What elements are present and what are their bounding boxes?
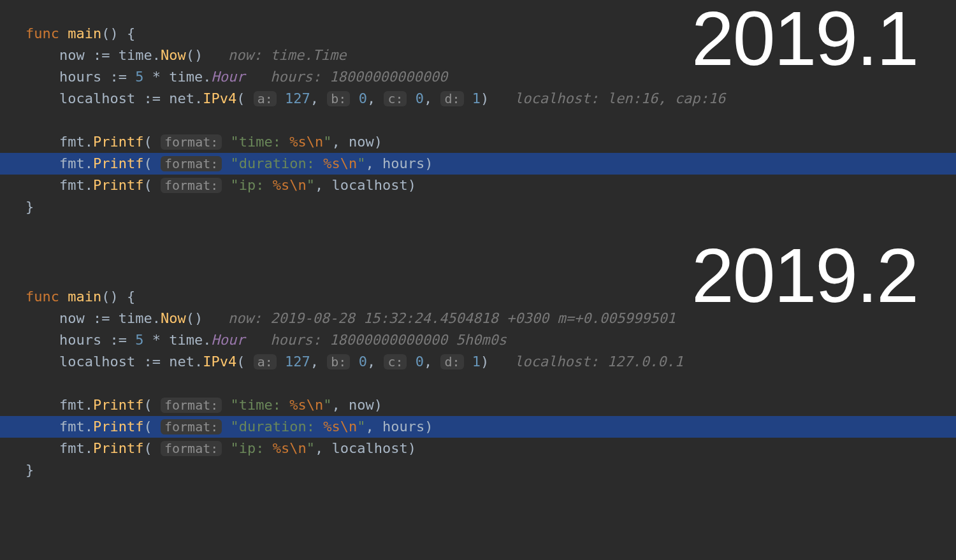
param-hint: d: [440, 91, 463, 106]
code-line[interactable]: fmt.Printf( format: "time: %s\n", now) [0, 131, 956, 153]
param-hint: b: [327, 91, 350, 106]
param-hint: format: [161, 441, 222, 456]
code-line[interactable]: fmt.Printf( format: "time: %s\n", now) [0, 394, 956, 416]
param-hint: format: [161, 156, 222, 171]
param-hint: d: [440, 354, 463, 370]
code-line[interactable]: hours := 5 * time.Hour hours: 1800000000… [0, 66, 956, 88]
code-line[interactable]: now := time.Now() now: 2019-08-28 15:32:… [0, 308, 956, 329]
inline-hint: hours: 18000000000000 [270, 69, 447, 85]
code-line[interactable]: now := time.Now() now: time.Time [0, 45, 956, 66]
code-line[interactable]: hours := 5 * time.Hour hours: 1800000000… [0, 329, 956, 351]
inline-hint: now: time.Time [228, 47, 346, 63]
code-line[interactable]: } [0, 196, 956, 218]
code-line[interactable]: fmt.Printf( format: "ip: %s\n", localhos… [0, 438, 956, 459]
param-hint: format: [161, 134, 222, 150]
param-hint: a: [254, 91, 277, 106]
code-line-highlighted[interactable]: fmt.Printf( format: "duration: %s\n", ho… [0, 153, 956, 175]
param-hint: a: [254, 354, 277, 370]
param-hint: b: [327, 354, 350, 370]
code-line[interactable] [0, 110, 956, 131]
param-hint: c: [384, 91, 407, 106]
code-line-highlighted[interactable]: fmt.Printf( format: "duration: %s\n", ho… [0, 416, 956, 438]
code-line[interactable] [0, 373, 956, 394]
code-line[interactable]: fmt.Printf( format: "ip: %s\n", localhos… [0, 175, 956, 196]
code-block-2019-2: func main() { now := time.Now() now: 201… [0, 286, 956, 481]
param-hint: c: [384, 354, 407, 370]
code-block-2019-1: func main() { now := time.Now() now: tim… [0, 23, 956, 218]
inline-hint: hours: 18000000000000 5h0m0s [270, 332, 507, 348]
inline-hint: localhost: 127.0.0.1 [514, 354, 683, 370]
param-hint: format: [161, 178, 222, 193]
param-hint: format: [161, 398, 222, 413]
inline-hint: localhost: len:16, cap:16 [514, 90, 725, 106]
code-line[interactable]: localhost := net.IPv4( a: 127, b: 0, c: … [0, 351, 956, 373]
code-line[interactable]: func main() { [0, 286, 956, 308]
code-line[interactable]: } [0, 459, 956, 481]
code-line[interactable]: func main() { [0, 23, 956, 45]
param-hint: format: [161, 419, 222, 434]
code-line[interactable]: localhost := net.IPv4( a: 127, b: 0, c: … [0, 88, 956, 110]
inline-hint: now: 2019-08-28 15:32:24.4504818 +0300 m… [228, 310, 676, 326]
